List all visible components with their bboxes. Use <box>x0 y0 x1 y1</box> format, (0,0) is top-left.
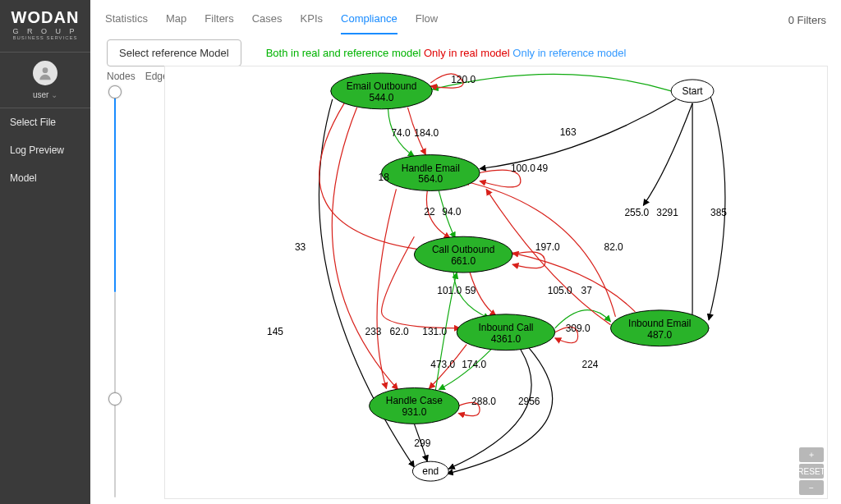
graph-node-label: Handle Email <box>402 163 460 174</box>
graph-edge-label: 22 <box>424 206 435 218</box>
graph-edge <box>377 189 396 388</box>
graph-node-value: 661.0 <box>451 255 476 267</box>
graph-edge-label: 224 <box>582 359 599 370</box>
graph-edge <box>332 108 398 390</box>
graph-node-value: 487.0 <box>647 329 672 341</box>
graph-edge <box>643 103 692 206</box>
graph-edge-label: 174.0 <box>462 359 486 370</box>
avatar-username: user <box>33 90 57 99</box>
slider-panel: Nodes Edges 0.109 <box>107 71 159 497</box>
graph-edge-label: 145 <box>267 326 283 337</box>
graph-edge-label: 33 <box>295 241 306 253</box>
graph-edge-label: 288.0 <box>471 396 496 407</box>
topbar: Statistics Map Filters Cases KPIs Compli… <box>90 0 841 34</box>
avatar-icon <box>33 61 57 85</box>
brand-name: WODAN <box>5 8 85 27</box>
filters-count: 0 Filters <box>788 14 826 34</box>
tab-cases[interactable]: Cases <box>252 12 283 34</box>
tab-statistics[interactable]: Statistics <box>105 12 148 34</box>
graph-edge-label: 309.0 <box>566 323 591 334</box>
tab-map[interactable]: Map <box>166 12 186 34</box>
select-reference-model-button[interactable]: Select reference Model <box>107 39 241 66</box>
graph-node-label: end <box>422 465 439 477</box>
graph-node-label: Email Outbound <box>347 80 417 92</box>
brand-tag: BUSINESS SERVICES <box>5 35 85 40</box>
tab-kpis[interactable]: KPIs <box>301 12 323 34</box>
graph-edge-label: 2956 <box>518 396 540 407</box>
nodes-slider-thumb[interactable] <box>108 85 122 99</box>
graph-node-label: Start <box>682 85 703 97</box>
graph-node-label: Inbound Call <box>478 322 533 333</box>
graph-edge-label: 120.0 <box>451 74 476 85</box>
graph-node-label: Handle Case <box>386 395 443 406</box>
graph-edge-label: 105.0 <box>548 285 572 296</box>
graph-edge-label: 385 <box>710 207 727 218</box>
graph-edge <box>480 99 676 169</box>
graph-edge-label: 18 <box>379 172 390 183</box>
brand-sub: G R O U P <box>5 27 85 35</box>
zoom-controls: ＋ RESET − <box>799 447 824 495</box>
zoom-in-button[interactable]: ＋ <box>799 447 824 462</box>
graph-edge-label: 3291 <box>656 207 678 218</box>
graph-edge-label: 37 <box>581 285 593 296</box>
graph-edge-label: 184.0 <box>414 127 439 139</box>
tab-flow[interactable]: Flow <box>416 12 438 34</box>
tabs: Statistics Map Filters Cases KPIs Compli… <box>105 12 438 34</box>
zoom-out-button[interactable]: − <box>799 480 824 495</box>
tool-row: Select reference Model Both in real and … <box>107 39 828 66</box>
tab-compliance[interactable]: Compliance <box>341 12 398 34</box>
edges-slider-thumb[interactable] <box>108 392 122 405</box>
sidebar-item-model[interactable]: Model <box>0 164 90 192</box>
graph-edge-label: 100.0 <box>511 163 535 174</box>
graph-canvas[interactable]: StartEmail Outbound544.0Handle Email564.… <box>164 66 828 499</box>
compliance-legend: Both in real and reference model Only in… <box>266 47 627 59</box>
graph-edge <box>676 103 709 328</box>
graph-node-label: Call Outbound <box>432 244 494 255</box>
graph-node-value: 564.0 <box>418 173 443 185</box>
graph-edge-label: 74.0 <box>391 127 411 139</box>
graph-edge-label: 62.0 <box>389 326 409 337</box>
graph-edge-label: 59 <box>465 285 476 296</box>
edges-slider[interactable] <box>107 292 123 497</box>
graph-node-value: 931.0 <box>402 406 426 418</box>
legend-ref: Only in reference model <box>512 47 626 59</box>
brand-logo: WODAN G R O U P BUSINESS SERVICES <box>0 0 90 52</box>
process-graph: StartEmail Outbound544.0Handle Email564.… <box>165 66 827 498</box>
zoom-reset-button[interactable]: RESET <box>799 464 824 479</box>
legend-both: Both in real and reference model <box>266 47 421 59</box>
graph-edge-label: 94.0 <box>442 206 462 218</box>
nodes-slider[interactable] <box>107 87 123 292</box>
graph-node-label: Inbound Email <box>628 318 691 329</box>
graph-edge-label: 255.0 <box>624 207 649 218</box>
sidebar: WODAN G R O U P BUSINESS SERVICES user S… <box>0 0 90 504</box>
graph-edge-label: 233 <box>365 326 382 337</box>
graph-edge-label: 101.0 <box>437 285 462 296</box>
graph-edge-label: 473.0 <box>430 359 455 370</box>
graph-node-value: 544.0 <box>370 92 394 103</box>
graph-edge-label: 82.0 <box>604 241 624 253</box>
graph-edge <box>512 253 635 312</box>
graph-edge-label: 299 <box>414 438 430 449</box>
graph-edge-label: 163 <box>560 126 577 138</box>
nodes-slider-label: Nodes <box>107 71 136 82</box>
sidebar-item-select-file[interactable]: Select File <box>0 108 90 136</box>
sidebar-item-log-preview[interactable]: Log Preview <box>0 136 90 164</box>
graph-edge-label: 131.0 <box>422 326 447 337</box>
graph-edge-label: 49 <box>537 163 549 174</box>
tab-filters[interactable]: Filters <box>205 12 233 34</box>
graph-edge <box>709 91 725 320</box>
legend-real: Only in real model <box>424 47 510 59</box>
graph-node-value: 4361.0 <box>491 333 522 345</box>
svg-point-0 <box>43 67 48 73</box>
graph-edge-label: 197.0 <box>535 241 560 253</box>
avatar-block[interactable]: user <box>0 52 90 108</box>
